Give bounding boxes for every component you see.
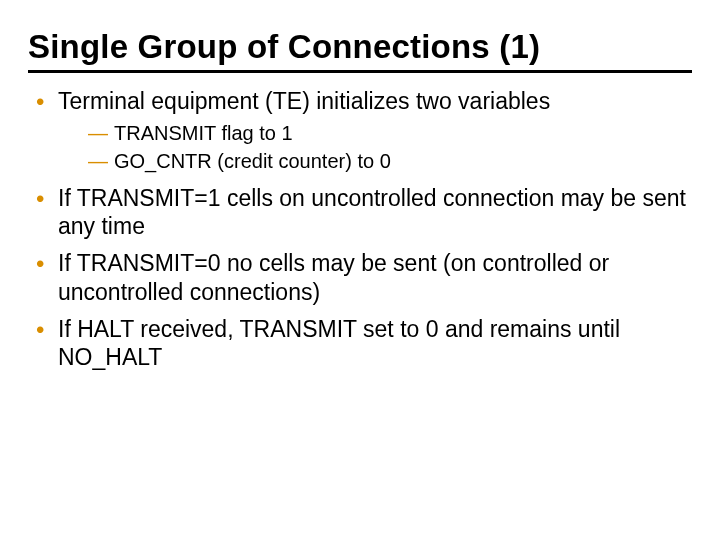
bullet-item: If TRANSMIT=0 no cells may be sent (on c… xyxy=(28,249,692,307)
slide: Single Group of Connections (1) Terminal… xyxy=(0,0,720,540)
bullet-text: If HALT received, TRANSMIT set to 0 and … xyxy=(58,316,620,371)
bullet-item: If TRANSMIT=1 cells on uncontrolled conn… xyxy=(28,184,692,242)
bullet-item: If HALT received, TRANSMIT set to 0 and … xyxy=(28,315,692,373)
bullet-text: Terminal equipment (TE) initializes two … xyxy=(58,88,550,114)
bullet-list: If TRANSMIT=1 cells on uncontrolled conn… xyxy=(28,184,692,373)
bullet-text: If TRANSMIT=0 no cells may be sent (on c… xyxy=(58,250,609,305)
bullet-item: Terminal equipment (TE) initializes two … xyxy=(28,87,692,174)
sub-text: GO_CNTR (credit counter) to 0 xyxy=(114,150,391,172)
bullet-list: Terminal equipment (TE) initializes two … xyxy=(28,87,692,174)
sub-text: TRANSMIT flag to 1 xyxy=(114,122,293,144)
sub-item: GO_CNTR (credit counter) to 0 xyxy=(58,148,692,174)
title-underline xyxy=(28,70,692,73)
sub-list: TRANSMIT flag to 1 GO_CNTR (credit count… xyxy=(58,120,692,174)
sub-item: TRANSMIT flag to 1 xyxy=(58,120,692,146)
bullet-text: If TRANSMIT=1 cells on uncontrolled conn… xyxy=(58,185,686,240)
slide-title: Single Group of Connections (1) xyxy=(28,28,692,66)
